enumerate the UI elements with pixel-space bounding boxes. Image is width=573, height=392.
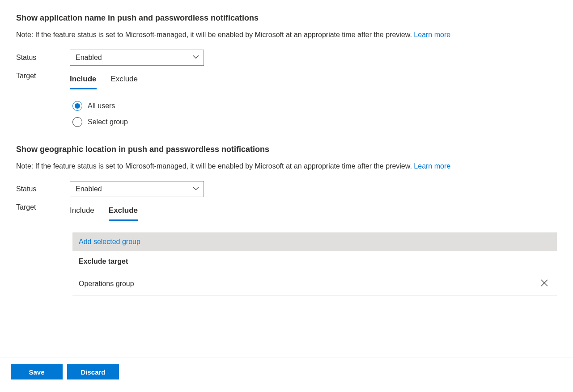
target-row-geo: Target Include Exclude — [16, 203, 557, 221]
status-label: Status — [16, 185, 70, 193]
radio-select-group[interactable]: Select group — [72, 117, 557, 127]
section-app-name: Show application name in push and passwo… — [16, 13, 557, 127]
radio-icon — [72, 117, 82, 127]
tab-exclude[interactable]: Exclude — [111, 73, 138, 89]
target-tabs-geo: Include Exclude — [70, 204, 557, 221]
tab-include[interactable]: Include — [70, 204, 94, 221]
tab-include[interactable]: Include — [70, 73, 97, 89]
tab-exclude[interactable]: Exclude — [109, 204, 138, 221]
learn-more-link[interactable]: Learn more — [414, 31, 450, 38]
status-value: Enabled — [76, 54, 102, 62]
remove-exclude-item-button[interactable] — [538, 278, 551, 290]
target-tabs-app-name: Include Exclude — [70, 73, 557, 89]
exclude-table-header: Exclude target — [72, 251, 557, 272]
note-geo: Note: If the feature status is set to Mi… — [16, 162, 557, 170]
radio-icon — [72, 101, 82, 111]
note-app-name: Note: If the feature status is set to Mi… — [16, 31, 557, 39]
target-radio-group: All users Select group — [72, 101, 557, 127]
close-icon — [539, 278, 549, 290]
discard-button[interactable]: Discard — [67, 364, 119, 379]
status-label: Status — [16, 54, 70, 62]
exclude-area: Add selected group Exclude target Operat… — [72, 232, 557, 296]
radio-all-users[interactable]: All users — [72, 101, 557, 111]
learn-more-link[interactable]: Learn more — [414, 162, 450, 170]
add-selected-group-row: Add selected group — [72, 232, 557, 251]
exclude-table-row: Operations group — [72, 272, 557, 296]
section-title-app-name: Show application name in push and passwo… — [16, 13, 557, 23]
save-button[interactable]: Save — [11, 364, 63, 379]
add-selected-group-link[interactable]: Add selected group — [79, 238, 140, 245]
status-select-geo[interactable]: Enabled — [70, 181, 204, 197]
radio-label-all-users: All users — [88, 102, 115, 110]
radio-label-select-group: Select group — [88, 118, 128, 126]
status-row-geo: Status Enabled — [16, 181, 557, 197]
status-value: Enabled — [76, 185, 102, 193]
status-row-app-name: Status Enabled — [16, 50, 557, 66]
target-label: Target — [16, 72, 70, 80]
note-text: Note: If the feature status is set to Mi… — [16, 31, 414, 38]
section-title-geo: Show geographic location in push and pas… — [16, 145, 557, 154]
section-geo-location: Show geographic location in push and pas… — [16, 145, 557, 296]
status-select-app-name[interactable]: Enabled — [70, 50, 204, 66]
target-row-app-name: Target Include Exclude — [16, 72, 557, 89]
footer: Save Discard — [0, 358, 573, 392]
exclude-item-name: Operations group — [79, 280, 134, 288]
note-text: Note: If the feature status is set to Mi… — [16, 162, 414, 170]
target-label: Target — [16, 203, 70, 211]
